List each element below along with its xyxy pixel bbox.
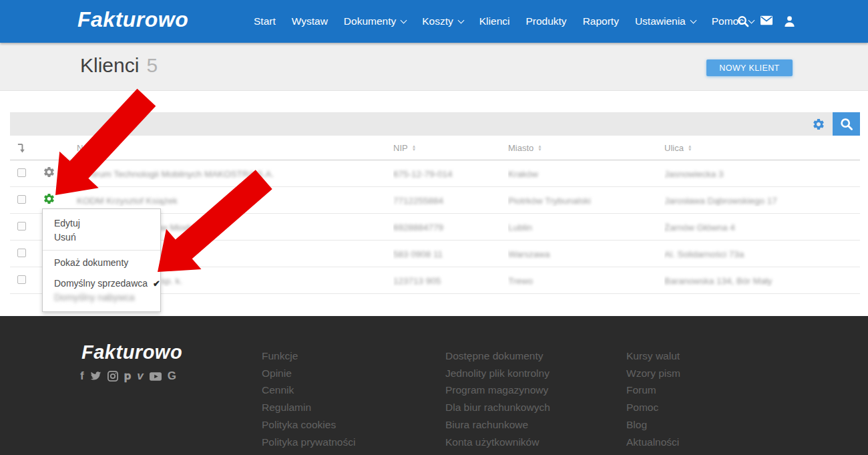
footer-link-biura-rachunkowe[interactable]: Biura rachunkowe — [445, 416, 550, 434]
cell-city: Trewo — [508, 275, 664, 287]
footer-link-regulamin[interactable]: Regulamin — [262, 399, 355, 416]
nav-item-ustawienia[interactable]: Ustawienia — [635, 15, 696, 27]
footer-link-funkcje[interactable]: Funkcje — [262, 347, 355, 365]
footer-link-pomoc[interactable]: Pomoc — [626, 399, 680, 416]
vimeo-icon[interactable]: v — [137, 371, 143, 382]
footer-link-rodo[interactable]: RODO — [262, 450, 355, 455]
facebook-icon[interactable]: f — [80, 371, 84, 382]
row-checkbox-cell — [10, 221, 33, 233]
column-header-name[interactable]: Nazwa▲▼ — [67, 143, 393, 153]
footer-link-konta-u-ytkownik-w[interactable]: Konta użytkowników — [445, 434, 550, 451]
row-checkbox[interactable] — [17, 195, 26, 204]
table-search-button[interactable] — [833, 112, 860, 136]
cell-city: Kraków — [508, 168, 664, 180]
footer-link-cennik[interactable]: Cennik — [262, 382, 355, 399]
footer-link-blog[interactable]: Blog — [626, 416, 680, 434]
row-checkbox[interactable] — [17, 222, 26, 231]
redacted-city-text: Kraków — [508, 169, 538, 179]
header-icons — [737, 0, 796, 43]
nav-item-dokumenty[interactable]: Dokumenty — [344, 15, 406, 27]
redacted-nip-text: 123713 905 — [393, 276, 441, 286]
search-icon[interactable] — [737, 15, 749, 27]
footer-link-aktualno-ci[interactable]: Aktualności — [626, 434, 680, 451]
redacted-city-text: Piotrków Trybunalski — [508, 196, 591, 206]
search-icon — [840, 118, 853, 131]
menu-item-domy-lny-nabywca[interactable]: Domyślny nabywca — [43, 291, 160, 305]
menu-gap — [43, 270, 160, 277]
footer-logo[interactable]: Fakturowo — [81, 341, 182, 363]
cell-city: Piotrków Trybunalski — [508, 194, 664, 206]
pinterest-icon[interactable]: 𝐩 — [124, 371, 132, 382]
redacted-nip-text: 583 0908 11 — [393, 249, 443, 259]
mail-icon[interactable] — [761, 15, 773, 27]
redacted-city-text: Lublin — [508, 222, 532, 233]
menu-item-domy-lny-sprzedawca[interactable]: Domyślny sprzedawca✔ — [43, 277, 160, 291]
top-header: Fakturowo StartWystawDokumentyKosztyKlie… — [0, 0, 868, 43]
footer-link-forum[interactable]: Forum — [626, 382, 680, 399]
user-icon[interactable] — [784, 15, 796, 27]
app-logo[interactable]: Fakturowo — [77, 7, 188, 32]
footer-link-polityka-prywatno-ci[interactable]: Polityka prywatności — [262, 434, 355, 451]
checkmark-icon: ✔ — [153, 278, 160, 289]
row-checkbox-cell — [10, 248, 33, 260]
youtube-icon[interactable] — [150, 372, 162, 381]
new-client-button[interactable]: NOWY KLIENT — [706, 59, 793, 76]
instagram-icon[interactable] — [107, 371, 118, 382]
footer-column-2: Dostępne dokumentyJednolity plik kontrol… — [445, 347, 550, 455]
twitter-icon[interactable] — [90, 371, 101, 381]
redacted-city-text: Warszawa — [508, 249, 550, 259]
footer-link-kursy-walut[interactable]: Kursy walut — [626, 347, 680, 365]
redacted-name-text: Centrum Technologii Mobilnych MAKOSTRA S… — [77, 169, 274, 179]
row-checkbox[interactable] — [17, 168, 26, 177]
nav-item-start[interactable]: Start — [254, 15, 276, 27]
footer-column-3: Kursy walutWzory pismForumPomocBlogAktua… — [626, 347, 680, 455]
nav-item-raporty[interactable]: Raporty — [583, 15, 619, 27]
cell-nip: 675-12-79-014 — [393, 168, 508, 180]
chevron-down-icon — [457, 17, 464, 23]
cell-nip: 7712255884 — [393, 194, 508, 206]
redacted-street-text: Jasnowiecka 3 — [664, 169, 724, 179]
row-checkbox[interactable] — [17, 275, 26, 284]
table-settings-gear-icon[interactable] — [812, 118, 825, 131]
row-checkbox-cell — [10, 275, 33, 287]
menu-divider — [43, 250, 160, 251]
redacted-city-text: Trewo — [508, 276, 533, 286]
footer-link-dla-biur-rachunkowych[interactable]: Dla biur rachunkowych — [445, 399, 550, 416]
footer-link-interfejs-api[interactable]: Interfejs API — [445, 450, 550, 455]
menu-item-poka-dokumenty[interactable]: Pokaż dokumenty — [43, 256, 160, 270]
nav-item-wystaw[interactable]: Wystaw — [292, 15, 328, 27]
footer-link-partnerzy[interactable]: Partnerzy — [626, 450, 680, 455]
column-header-city[interactable]: Miasto▲▼ — [508, 143, 664, 153]
row-actions-cell — [33, 166, 67, 181]
footer: Fakturowo f𝐩vG FunkcjeOpinieCennikRegula… — [0, 316, 868, 455]
footer-link-wzory-pism[interactable]: Wzory pism — [626, 365, 680, 382]
menu-item-usu[interactable]: Usuń — [43, 231, 160, 245]
cell-street: Żarnów Główna 4 — [664, 221, 803, 233]
column-header-nip[interactable]: NIP▲▼ — [393, 143, 508, 153]
cell-street: Jarosława Dąbrowskiego 17 — [664, 194, 803, 206]
row-gear-icon[interactable] — [43, 166, 55, 178]
row-context-menu: EdytujUsuńPokaż dokumentyDomyślny sprzed… — [42, 208, 161, 312]
table-header-row: Nazwa▲▼ NIP▲▼ Miasto▲▼ Ulica▲▼ — [10, 136, 860, 160]
row-gear-icon[interactable] — [43, 192, 55, 205]
nav-item-klienci[interactable]: Klienci — [479, 15, 510, 27]
row-checkbox-cell — [10, 194, 33, 206]
column-header-street[interactable]: Ulica▲▼ — [664, 143, 803, 153]
cell-city: Lublin — [508, 221, 664, 233]
footer-link-polityka-cookies[interactable]: Polityka cookies — [262, 416, 355, 434]
sort-order-icon[interactable] — [10, 142, 33, 154]
redacted-street-text: Baranowska 134, Bór Mały — [664, 276, 772, 286]
cell-name: Centrum Technologii Mobilnych MAKOSTRA S… — [67, 168, 393, 180]
footer-link-opinie[interactable]: Opinie — [262, 365, 355, 382]
footer-link-program-magazynowy[interactable]: Program magazynowy — [445, 382, 550, 399]
footer-column-1: FunkcjeOpinieCennikRegulaminPolityka coo… — [262, 347, 355, 455]
google-icon[interactable]: G — [168, 371, 176, 382]
row-checkbox[interactable] — [17, 249, 26, 257]
nav-item-koszty[interactable]: Koszty — [422, 15, 463, 27]
nav-item-produkty[interactable]: Produkty — [525, 15, 566, 27]
cell-city: Warszawa — [508, 248, 664, 260]
footer-link-jednolity-plik-kontrolny[interactable]: Jednolity plik kontrolny — [445, 365, 550, 382]
footer-link-dost-pne-dokumenty[interactable]: Dostępne dokumenty — [445, 347, 550, 365]
redacted-nip-text: 6928884779 — [393, 222, 443, 233]
menu-item-edytuj[interactable]: Edytuj — [43, 216, 160, 231]
